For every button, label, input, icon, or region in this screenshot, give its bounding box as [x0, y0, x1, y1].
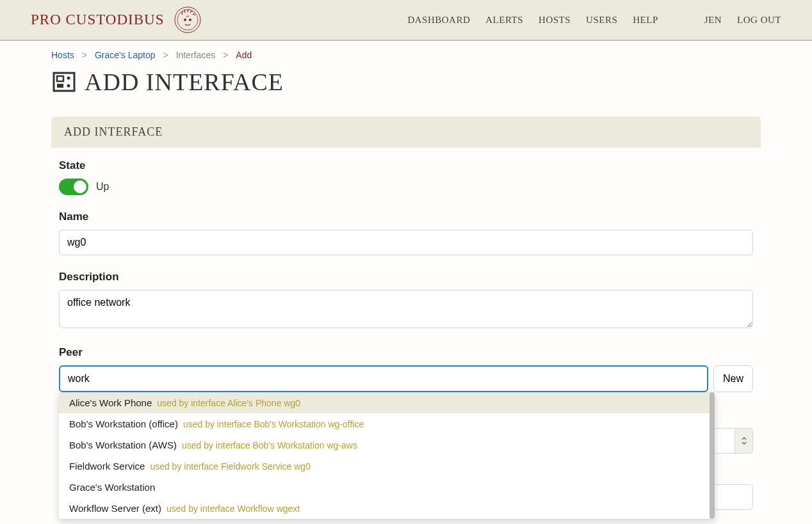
- name-input[interactable]: [59, 230, 753, 255]
- nav-help[interactable]: HELP: [633, 15, 658, 26]
- peer-input[interactable]: [59, 365, 708, 392]
- state-value-label: Up: [96, 181, 109, 193]
- dropdown-scrollbar[interactable]: [710, 392, 715, 519]
- svg-point-7: [67, 77, 70, 80]
- breadcrumb-hosts[interactable]: Hosts: [51, 50, 74, 60]
- svg-rect-5: [57, 76, 63, 81]
- select-stepper-icon[interactable]: [735, 428, 753, 454]
- state-label: State: [59, 159, 753, 172]
- nav-dashboard[interactable]: DASHBOARD: [407, 15, 470, 26]
- description-label: Description: [59, 271, 753, 283]
- peer-dropdown: Alice's Work Phoneused by interface Alic…: [59, 392, 715, 519]
- nav-current-user[interactable]: JEN: [704, 15, 722, 26]
- peer-option[interactable]: Alice's Work Phoneused by interface Alic…: [59, 392, 715, 413]
- medusa-icon: [174, 6, 202, 34]
- breadcrumb-sep: >: [82, 50, 87, 60]
- add-interface-panel: ADD INTERFACE State Up Name Description …: [51, 116, 761, 524]
- circuit-board-icon: [51, 69, 77, 95]
- nav-users[interactable]: USERS: [586, 15, 617, 26]
- name-label: Name: [59, 210, 753, 223]
- page-title: ADD INTERFACE: [85, 68, 284, 96]
- svg-rect-6: [57, 84, 63, 88]
- svg-point-1: [177, 10, 198, 30]
- state-toggle[interactable]: [59, 179, 88, 195]
- breadcrumb-interfaces: Interfaces: [176, 50, 215, 60]
- logo-text: PRO CUSTODIBUS: [31, 12, 165, 28]
- main-nav: DASHBOARD ALERTS HOSTS USERS HELP JEN LO…: [407, 15, 781, 26]
- svg-point-8: [67, 84, 70, 88]
- breadcrumb: Hosts > Grace's Laptop > Interfaces > Ad…: [51, 50, 761, 60]
- description-input[interactable]: office network: [59, 290, 753, 328]
- top-nav: PRO CUSTODIBUS DASHBOARD ALERTS HOSTS US…: [0, 0, 812, 41]
- breadcrumb-current: Add: [236, 50, 252, 60]
- nav-hosts[interactable]: HOSTS: [539, 15, 571, 26]
- peer-option[interactable]: Grace's Workstation: [59, 477, 715, 498]
- peer-label: Peer: [59, 346, 753, 359]
- breadcrumb-host[interactable]: Grace's Laptop: [95, 50, 156, 60]
- peer-option[interactable]: Bob's Workstation (AWS)used by interface…: [59, 434, 715, 456]
- logo[interactable]: PRO CUSTODIBUS: [31, 6, 202, 34]
- breadcrumb-sep: >: [223, 50, 228, 60]
- nav-logout[interactable]: LOG OUT: [737, 15, 781, 26]
- peer-option[interactable]: Workflow Server (ext)used by interface W…: [59, 498, 715, 519]
- svg-point-2: [184, 19, 186, 21]
- breadcrumb-sep: >: [163, 50, 168, 60]
- svg-point-3: [189, 19, 191, 21]
- panel-header: ADD INTERFACE: [51, 116, 761, 148]
- nav-alerts[interactable]: ALERTS: [485, 15, 523, 26]
- peer-option[interactable]: Fieldwork Serviceused by interface Field…: [59, 456, 715, 477]
- peer-option[interactable]: Bob's Workstation (office)used by interf…: [59, 413, 715, 434]
- new-peer-button[interactable]: New: [713, 365, 753, 392]
